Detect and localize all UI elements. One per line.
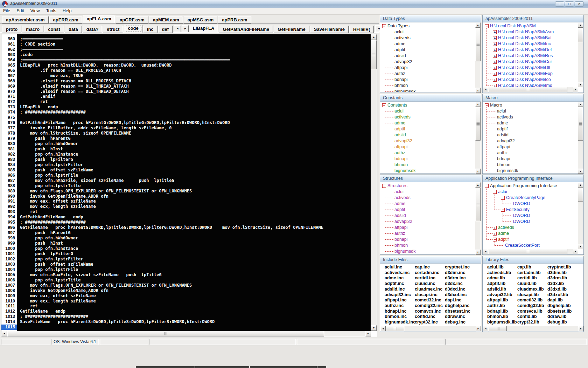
collapse-icon[interactable]: − xyxy=(485,184,489,188)
scroll-down-icon[interactable]: ▼ xyxy=(371,325,377,331)
file-item[interactable]: d3drm.lib xyxy=(547,275,567,280)
file-tab-apmem-asm[interactable]: apMEM.asm xyxy=(149,16,183,23)
file-item[interactable]: advapi32.lib xyxy=(487,292,512,297)
file-item[interactable]: dbghelp.lib xyxy=(547,303,571,308)
tree-item[interactable]: adsiid xyxy=(497,132,509,138)
panel-vscrollbar[interactable]: ▲ ▼ xyxy=(578,22,583,87)
file-item[interactable]: crypt32.lib xyxy=(517,320,539,325)
tree-item[interactable]: bdnapi xyxy=(394,156,408,162)
tree-item[interactable]: advapi32 xyxy=(394,138,412,144)
file-item[interactable]: d3dxd.inc xyxy=(445,287,465,292)
tree-item[interactable]: aclui xyxy=(497,108,506,114)
library-files-list[interactable]: aclui.libactiveds.libadme.libadptif.liba… xyxy=(483,264,583,331)
proc-tab-getfilename[interactable]: GetFileName xyxy=(274,26,309,33)
tree-item[interactable]: CreateSocketPort xyxy=(505,243,540,248)
file-item[interactable]: d3dxd.lib xyxy=(547,287,567,292)
tree-item[interactable]: aclui xyxy=(394,29,404,35)
tree-item[interactable]: bhmon xyxy=(394,83,408,89)
scroll-up-icon[interactable]: ▲ xyxy=(475,182,481,188)
file-item[interactable]: authz.lib xyxy=(487,303,505,308)
tree-item[interactable]: H:\Local Disk N\apASM\Def xyxy=(498,47,552,53)
tree-item[interactable]: aclui xyxy=(394,108,404,114)
collapse-icon[interactable]: − xyxy=(485,103,489,107)
scroll-left-icon[interactable]: ◄ xyxy=(483,249,488,254)
file-item[interactable]: debug.lib xyxy=(547,320,567,325)
title-bar[interactable]: apAssembler 2009-2011 – ▢ ✕ xyxy=(0,0,588,8)
file-item[interactable]: certadm.inc xyxy=(415,270,439,275)
vscroll-thumb[interactable] xyxy=(475,107,481,141)
tree-item[interactable]: Application Programming Interface xyxy=(490,183,557,189)
expand-icon[interactable]: + xyxy=(493,60,497,64)
tree-item[interactable]: H:\Local Disk N\apASM\Inc xyxy=(498,41,551,47)
project-tree[interactable]: −H:\Local Disk N\apASM+H:\Local Disk N\a… xyxy=(483,22,583,92)
file-item[interactable]: comsvcs.lib xyxy=(517,309,542,314)
tree-item[interactable]: EditSecurity xyxy=(506,207,530,213)
collapse-icon[interactable]: − xyxy=(382,24,386,28)
file-item[interactable]: clusapi.lib xyxy=(517,292,539,297)
collapse-icon[interactable]: − xyxy=(485,24,489,28)
scroll-up-icon[interactable]: ▲ xyxy=(475,22,481,28)
file-item[interactable]: adsiid.inc xyxy=(385,287,405,292)
menu-tools[interactable]: Tools xyxy=(43,8,59,14)
code-area[interactable]: ;════════════════; CODE section;════════… xyxy=(17,34,371,331)
expand-icon[interactable]: + xyxy=(493,226,497,230)
tree-item[interactable]: adptif xyxy=(497,126,508,132)
section-tab-proto[interactable]: proto xyxy=(2,26,21,33)
vscroll-thumb[interactable] xyxy=(578,107,583,141)
tree-item[interactable]: aftpapi xyxy=(394,65,408,71)
panel-hscrollbar[interactable]: ◄ ► xyxy=(483,249,578,254)
tree-item[interactable]: aclui xyxy=(394,189,404,195)
file-item[interactable]: activeds.lib xyxy=(487,270,511,275)
tree-item[interactable]: adme xyxy=(394,201,405,207)
file-item[interactable]: adptif.lib xyxy=(487,281,505,286)
panel-hscrollbar[interactable]: ◄ ► xyxy=(483,87,578,92)
file-item[interactable]: advapi32.inc xyxy=(385,292,411,297)
file-item[interactable]: comctl32.lib xyxy=(517,298,542,302)
scroll-up-icon[interactable]: ▲ xyxy=(475,102,481,107)
tree-item[interactable]: adsiid xyxy=(394,132,406,138)
tree-item[interactable]: bdnapi xyxy=(394,237,408,243)
file-item[interactable]: dbsetsst.lib xyxy=(547,309,572,314)
tree-item[interactable]: adme xyxy=(498,231,509,237)
tree-item[interactable]: H:\Local Disk N\apASM\Bat xyxy=(498,35,552,41)
minimize-button[interactable]: – xyxy=(555,1,564,7)
tree-item[interactable]: bignumsdk xyxy=(497,168,518,173)
tree-item[interactable]: activeds xyxy=(498,225,514,231)
api-tree[interactable]: −Application Programming Interface−aclui… xyxy=(483,182,583,254)
tree-item[interactable]: H:\Local Disk N\apASM\Cur xyxy=(498,59,552,65)
tree-item[interactable]: Data Types xyxy=(387,23,410,29)
tree-item[interactable]: adptif xyxy=(394,47,405,53)
tree-item[interactable]: bdnapi xyxy=(497,156,510,162)
scroll-up-icon[interactable]: ▲ xyxy=(371,34,377,40)
file-item[interactable]: certidl.inc xyxy=(415,275,435,280)
scroll-down-icon[interactable]: ▼ xyxy=(475,250,481,255)
file-item[interactable]: cap.lib xyxy=(517,265,531,270)
editor-hscrollbar[interactable]: ◄ ► xyxy=(1,331,371,336)
tree-item[interactable]: Constants xyxy=(387,102,407,108)
tree-item[interactable]: aftpapi xyxy=(394,225,408,231)
file-tab-apassembler-asm[interactable]: apAssembler.asm xyxy=(2,16,49,23)
file-item[interactable]: debug.inc xyxy=(445,320,465,325)
tree-item[interactable]: authz xyxy=(394,71,405,77)
collapse-icon[interactable]: − xyxy=(493,238,497,241)
file-tab-apmsg-asm[interactable]: apMSG.asm xyxy=(184,16,217,23)
file-item[interactable]: aclui.inc xyxy=(385,265,402,270)
expand-icon[interactable]: + xyxy=(493,66,497,70)
vscroll-thumb[interactable] xyxy=(578,188,583,202)
file-item[interactable]: d3dim.inc xyxy=(445,270,465,275)
tree-item[interactable]: activeds xyxy=(394,114,411,120)
menu-help[interactable]: Help xyxy=(59,8,75,14)
tree-item[interactable]: adsiid xyxy=(394,213,406,219)
section-tab-struct[interactable]: struct xyxy=(103,26,123,33)
tree-item[interactable]: H:\Local Disk N\apASM\Exp xyxy=(498,71,553,77)
collapse-icon[interactable]: − xyxy=(382,184,386,188)
expand-icon[interactable]: + xyxy=(493,78,497,82)
tab-scroll-left-icon[interactable]: ◄ xyxy=(174,25,181,32)
tree-item[interactable]: bhmon xyxy=(394,243,408,248)
file-tab-apprb-asm[interactable]: apPRB.asm xyxy=(218,16,251,23)
tree-item[interactable]: activeds xyxy=(497,114,513,120)
section-tab-macro[interactable]: macro xyxy=(22,26,43,33)
proc-tab-savefilename[interactable]: SaveFileName xyxy=(310,26,349,33)
expand-icon[interactable]: + xyxy=(493,30,497,34)
tree-item[interactable]: bdnapi xyxy=(394,77,408,83)
